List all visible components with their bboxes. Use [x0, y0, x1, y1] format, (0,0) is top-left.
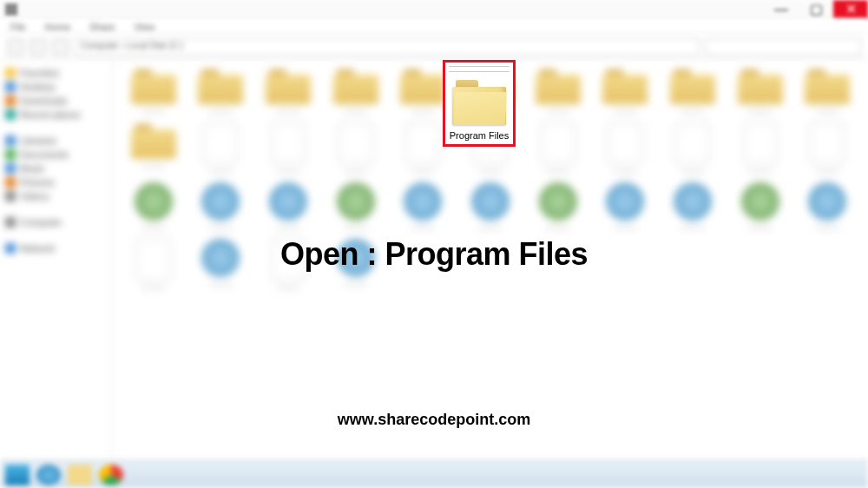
sidebar-item[interactable]: Downloads: [5, 94, 107, 108]
sidebar-item[interactable]: Documents: [5, 148, 107, 162]
item-label: ———: [209, 167, 233, 175]
system-item[interactable]: ———: [728, 182, 792, 232]
fwd-button[interactable]: [30, 38, 47, 56]
file-icon: [675, 122, 710, 164]
file-item[interactable]: ———: [324, 122, 388, 175]
sidebar-item-icon: [5, 109, 16, 120]
file-icon: [541, 122, 575, 164]
folder-icon: [131, 122, 176, 159]
max-button[interactable]: ▢: [799, 0, 833, 19]
file-item[interactable]: ———: [728, 122, 792, 175]
sidebar-item-label: Documents: [20, 149, 69, 160]
item-label: ———: [748, 107, 772, 115]
item-label: ———: [478, 167, 502, 175]
search-input[interactable]: [705, 38, 861, 56]
folder-icon: [400, 68, 445, 104]
taskbar-explorer-icon[interactable]: [68, 465, 92, 485]
sidebar-item[interactable]: Recent places: [5, 108, 107, 122]
sidebar-item[interactable]: Desktop: [5, 80, 107, 94]
system-item[interactable]: ———: [122, 182, 186, 232]
window-icon: [5, 3, 17, 16]
folder-icon: [333, 68, 378, 104]
sysg-icon: [337, 182, 375, 221]
sidebar-item[interactable]: Music: [5, 162, 107, 175]
folder-item[interactable]: ———: [122, 122, 186, 175]
address-bar[interactable]: Computer › Local Disk (C:): [75, 38, 700, 56]
folder-icon: [670, 68, 715, 104]
item-label: ———: [277, 107, 300, 115]
sysg-icon: [539, 182, 577, 221]
folder-icon: [198, 68, 243, 104]
system-item[interactable]: ———: [458, 182, 523, 232]
sidebar-item-label: Desktop: [20, 82, 55, 92]
sidebar-item[interactable]: Videos: [5, 189, 107, 203]
system-item[interactable]: ———: [391, 182, 456, 232]
sidebar-item-icon: [5, 82, 16, 92]
system-item[interactable]: ———: [526, 182, 590, 232]
up-button[interactable]: [52, 38, 69, 56]
system-item[interactable]: ———: [256, 182, 320, 232]
taskbar-ie-icon[interactable]: [36, 465, 61, 485]
sidebar-item-icon: [5, 68, 16, 78]
folder-item[interactable]: ———: [526, 68, 590, 115]
item-label: ———: [681, 167, 704, 175]
sidebar-item[interactable]: Computer: [5, 215, 107, 229]
close-button[interactable]: ✕: [833, 0, 868, 19]
system-item[interactable]: ———: [593, 182, 657, 232]
folder-item[interactable]: ———: [661, 68, 725, 115]
item-label: ———: [344, 167, 367, 175]
item-label: ———: [411, 107, 435, 115]
folder-icon: [452, 80, 506, 125]
system-item[interactable]: ———: [661, 182, 725, 232]
folder-item[interactable]: ———: [122, 68, 186, 115]
sys-icon: [404, 182, 442, 221]
item-label: ———: [681, 107, 704, 115]
item-label: ———: [411, 223, 435, 232]
item-label: ———: [614, 167, 637, 175]
folder-item[interactable]: ———: [324, 68, 388, 115]
folder-item[interactable]: ———: [189, 68, 253, 115]
file-icon: [339, 122, 373, 164]
file-item[interactable]: ———: [593, 122, 657, 175]
file-item[interactable]: ———: [661, 122, 725, 175]
folder-icon: [602, 68, 648, 104]
sysg-icon: [741, 182, 779, 221]
item-label: ———: [816, 223, 839, 232]
ribbon-tab[interactable]: File: [10, 22, 26, 32]
folder-item[interactable]: ———: [728, 68, 792, 115]
item-label: ———: [546, 167, 569, 175]
titlebar: — ▢ ✕: [0, 0, 868, 19]
item-label: ———: [748, 167, 772, 175]
sys-icon: [808, 182, 846, 221]
system-item[interactable]: ———: [189, 182, 253, 232]
system-item[interactable]: ———: [324, 182, 388, 232]
back-button[interactable]: [7, 38, 24, 56]
item-label: ———: [478, 223, 502, 232]
min-button[interactable]: —: [764, 0, 799, 19]
start-button[interactable]: [5, 465, 30, 485]
sidebar-item[interactable]: Pictures: [5, 175, 107, 189]
folder-icon: [266, 68, 311, 104]
item-label: ———: [277, 167, 300, 175]
file-item[interactable]: ———: [795, 122, 859, 175]
folder-item[interactable]: ———: [795, 68, 859, 115]
file-icon: [743, 122, 778, 164]
file-icon: [810, 122, 845, 164]
system-item[interactable]: ———: [795, 182, 859, 232]
taskbar-chrome-icon[interactable]: [99, 465, 123, 485]
file-icon: [271, 122, 306, 164]
folder-item[interactable]: ———: [256, 68, 320, 115]
folder-item[interactable]: ———: [593, 68, 657, 115]
sidebar-item[interactable]: Favorites: [5, 66, 107, 80]
ribbon-tab[interactable]: View: [134, 22, 155, 32]
highlighted-folder[interactable]: Program Files: [443, 60, 516, 147]
file-item[interactable]: ———: [526, 122, 590, 175]
sidebar-item[interactable]: Libraries: [5, 134, 107, 148]
ribbon-tab[interactable]: Share: [89, 22, 115, 32]
file-item[interactable]: ———: [189, 122, 253, 175]
sidebar-item-label: Pictures: [20, 177, 55, 188]
ribbon-tab[interactable]: Home: [45, 22, 70, 32]
file-item[interactable]: ———: [256, 122, 320, 175]
file-icon: [405, 122, 440, 164]
item-label: ———: [209, 107, 233, 115]
